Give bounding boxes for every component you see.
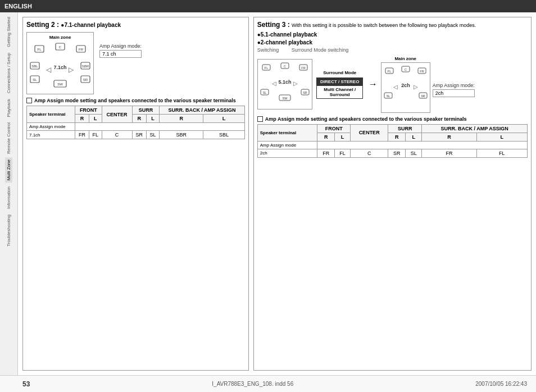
bottom-bar: 53 I_AVR788E3_ENG_108. indd 56 2007/10/0…	[0, 375, 536, 392]
setting2-diagram-area: Main zone FL C FR	[26, 32, 245, 94]
svg-text:C: C	[59, 45, 62, 49]
table3-surr-header: SURR	[388, 124, 422, 133]
setting3-2ch-container: Main zone FL C FR	[381, 56, 430, 113]
svg-text:FL: FL	[388, 70, 391, 73]
setting2-table: Speaker terminal FRONT CENTER SURR SURR.…	[26, 106, 245, 139]
setting2-amp-assign: Amp Assign mode: 7.1 ch	[99, 32, 142, 58]
table-surr-header: SURR	[132, 106, 160, 115]
setting3-51ch-zone: FL C FR SW SL	[257, 59, 312, 110]
table3-surrback-l-header: L	[476, 133, 527, 141]
table3-speaker-terminal-header: Speaker terminal	[257, 124, 317, 141]
svg-text:SW: SW	[57, 83, 63, 86]
page-number: 53	[22, 380, 30, 388]
columns: Setting 2 : ●7.1-channel playback Main z…	[22, 17, 532, 371]
footer-timestamp: 2007/10/05 16:22:43	[475, 381, 527, 387]
table3-surr-r-header: R	[388, 133, 406, 141]
svg-text:C: C	[405, 68, 407, 71]
table3-surrback-r-header: R	[422, 133, 476, 141]
svg-text:SW: SW	[282, 97, 288, 100]
table3-surrback-header: SURR. BACK / AMP ASSIGN	[422, 124, 528, 133]
arrow-right-icon: →	[369, 79, 378, 89]
table-speaker-terminal-header: Speaker terminal	[27, 106, 75, 123]
svg-text:SL: SL	[262, 91, 266, 94]
surround-mode-box: DIRECT / STEREO Multi Channel / Surround	[316, 78, 363, 99]
sidebar-item-multizone[interactable]: Multi Zone	[5, 157, 12, 183]
svg-text:FR: FR	[301, 66, 305, 70]
table3-front-header: FRONT	[317, 124, 351, 133]
svg-text:◁: ◁	[46, 66, 52, 74]
svg-text:FL: FL	[37, 48, 42, 51]
svg-text:FL: FL	[265, 66, 268, 70]
language-label: ENGLISH	[4, 3, 32, 10]
setting3-modes: ●5.1-channel playback ●2-channel playbac…	[257, 31, 528, 54]
table-r-header: R	[75, 115, 89, 123]
svg-text:◁: ◁	[393, 84, 398, 90]
svg-text:7.1ch: 7.1ch	[53, 65, 66, 70]
table-surrback-r-header: R	[160, 115, 203, 123]
sidebar: Getting Started Connections / Setup Play…	[0, 12, 18, 375]
setting3-51ch-diagram: FL C FR SW SL	[260, 61, 310, 106]
table3-l-header: L	[334, 133, 350, 141]
setting3-section-heading: Amp Assign mode setting and speakers con…	[257, 116, 528, 122]
setting3-amp-assign: Amp Assign mode: 2ch	[433, 71, 475, 97]
sidebar-item-getting-started[interactable]: Getting Started	[5, 15, 12, 49]
table-surr-l-header: L	[146, 115, 159, 123]
main-content: Setting 2 : ●7.1-channel playback Main z…	[18, 12, 536, 375]
sidebar-item-troubleshooting[interactable]: Troubleshooting	[5, 212, 12, 249]
table-surr-r-header: R	[132, 115, 146, 123]
checkbox-icon	[26, 98, 32, 103]
svg-text:FR: FR	[79, 48, 84, 51]
table-amp-assign-label: Amp Assign mode	[27, 123, 75, 131]
setting2-box: Setting 2 : ●7.1-channel playback Main z…	[22, 17, 249, 371]
svg-text:▷: ▷	[414, 84, 418, 90]
svg-text:SBL: SBL	[31, 65, 38, 68]
table3-row: 2ch FR FL C SR SL FR FL	[257, 149, 527, 157]
table3-r-header: R	[317, 133, 334, 141]
svg-text:▷: ▷	[69, 66, 74, 74]
table3-surr-l-header: L	[406, 133, 422, 141]
svg-text:C: C	[284, 65, 286, 68]
setting3-2ch-zone: FL C FR SL SR	[381, 62, 430, 113]
setting2-main-zone: Main zone FL C FR	[26, 32, 94, 94]
svg-text:5.1ch: 5.1ch	[278, 79, 291, 85]
sidebar-item-connections[interactable]: Connections / Setup	[5, 51, 12, 95]
svg-text:▷: ▷	[293, 80, 298, 86]
svg-text:SR: SR	[303, 91, 307, 94]
setting3-table: Speaker terminal FRONT CENTER SURR SURR.…	[257, 124, 528, 158]
setting3-diagrams: FL C FR SW SL	[257, 56, 528, 113]
svg-text:SBR: SBR	[82, 65, 89, 68]
table-l-header: L	[89, 115, 102, 123]
sidebar-item-information[interactable]: Information	[5, 184, 12, 211]
table3-amp-assign-label: Amp Assign mode	[257, 141, 317, 149]
setting2-section-heading: Amp Assign mode setting and speakers con…	[26, 98, 245, 103]
checkbox-icon2	[257, 116, 263, 122]
setting3-title: Setting 3 : With this setting it is poss…	[257, 21, 528, 29]
setting3-2ch-diagram: FL C FR SL SR	[383, 65, 428, 110]
svg-text:SR: SR	[83, 78, 88, 81]
setting2-zone-container: Main zone FL C FR	[26, 32, 94, 94]
setting3-box: Setting 3 : With this setting it is poss…	[253, 17, 532, 371]
table-surrback-l-header: L	[203, 115, 245, 123]
sidebar-item-remote[interactable]: Remote Control	[5, 120, 12, 156]
svg-text:SL: SL	[386, 94, 390, 98]
top-bar: ENGLISH	[0, 0, 536, 12]
svg-text:FR: FR	[420, 70, 424, 73]
setting2-speaker-diagram: FL C FR SBL 7.1ch	[29, 41, 91, 92]
table-center-header: CENTER	[102, 106, 132, 123]
sidebar-item-playback[interactable]: Playback	[5, 97, 12, 119]
svg-text:SR: SR	[421, 94, 425, 98]
table-row: 7.1ch FR FL C SR SL SBR SBL	[27, 131, 245, 139]
footer-filename: I_AVR788E3_ENG_108. indd 56	[212, 381, 293, 387]
table-surrback-header: SURR. BACK / AMP ASSIGN	[160, 106, 244, 115]
svg-text:◁: ◁	[272, 80, 276, 86]
setting2-title: Setting 2 : ●7.1-channel playback	[26, 21, 245, 29]
table3-center-header: CENTER	[351, 124, 388, 141]
table-front-header: FRONT	[75, 106, 102, 115]
surround-mode-selector: Surround Mode DIRECT / STEREO Multi Chan…	[315, 70, 365, 99]
svg-text:SL: SL	[33, 78, 37, 81]
svg-text:2ch: 2ch	[401, 83, 410, 88]
